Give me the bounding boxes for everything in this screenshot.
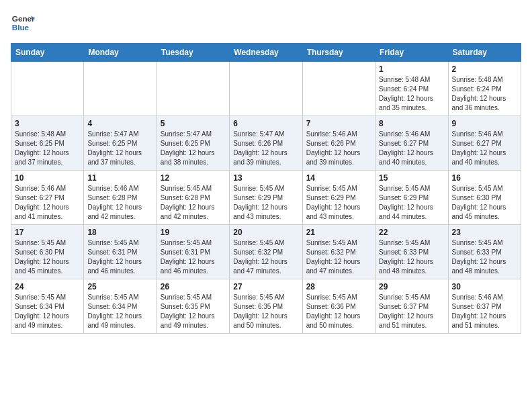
weekday-header-wednesday: Wednesday — [230, 44, 302, 62]
day-number: 21 — [306, 228, 371, 237]
calendar-cell-4-3: 27Sunrise: 5:45 AMSunset: 6:35 PMDayligh… — [230, 279, 302, 334]
calendar-table: SundayMondayTuesdayWednesdayThursdayFrid… — [11, 43, 521, 334]
day-number: 11 — [87, 173, 152, 183]
calendar-cell-1-0: 3Sunrise: 5:48 AMSunset: 6:25 PMDaylight… — [11, 116, 84, 171]
day-number: 28 — [306, 282, 371, 291]
day-info: Sunrise: 5:45 AMSunset: 6:34 PMDaylight:… — [87, 293, 152, 330]
week-row-1: 1Sunrise: 5:48 AMSunset: 6:24 PMDaylight… — [11, 62, 521, 116]
day-info: Sunrise: 5:45 AMSunset: 6:32 PMDaylight:… — [306, 238, 371, 276]
calendar-cell-3-0: 17Sunrise: 5:45 AMSunset: 6:30 PMDayligh… — [11, 225, 84, 279]
calendar-cell-0-1 — [84, 62, 157, 116]
day-info: Sunrise: 5:45 AMSunset: 6:30 PMDaylight:… — [452, 184, 517, 222]
day-number: 22 — [379, 228, 444, 237]
day-info: Sunrise: 5:46 AMSunset: 6:37 PMDaylight:… — [452, 293, 517, 330]
day-number: 30 — [452, 282, 517, 291]
calendar-cell-4-5: 29Sunrise: 5:45 AMSunset: 6:37 PMDayligh… — [375, 279, 448, 334]
day-number: 27 — [233, 282, 298, 291]
day-number: 4 — [87, 119, 152, 128]
weekday-header-thursday: Thursday — [302, 44, 375, 62]
weekday-header-row: SundayMondayTuesdayWednesdayThursdayFrid… — [11, 44, 521, 62]
day-info: Sunrise: 5:47 AMSunset: 6:25 PMDaylight:… — [161, 130, 226, 167]
day-number: 14 — [306, 173, 371, 183]
calendar-cell-1-3: 6Sunrise: 5:47 AMSunset: 6:26 PMDaylight… — [230, 116, 302, 171]
day-info: Sunrise: 5:45 AMSunset: 6:33 PMDaylight:… — [452, 238, 517, 276]
day-info: Sunrise: 5:45 AMSunset: 6:36 PMDaylight:… — [306, 293, 371, 330]
calendar-cell-3-2: 19Sunrise: 5:45 AMSunset: 6:31 PMDayligh… — [157, 225, 229, 279]
calendar-cell-1-6: 9Sunrise: 5:46 AMSunset: 6:27 PMDaylight… — [448, 116, 521, 171]
day-number: 17 — [15, 228, 80, 237]
day-number: 24 — [15, 282, 80, 291]
day-info: Sunrise: 5:45 AMSunset: 6:32 PMDaylight:… — [233, 238, 298, 276]
calendar-cell-2-3: 13Sunrise: 5:45 AMSunset: 6:29 PMDayligh… — [230, 171, 302, 225]
day-info: Sunrise: 5:46 AMSunset: 6:27 PMDaylight:… — [452, 130, 517, 167]
calendar-cell-2-6: 16Sunrise: 5:45 AMSunset: 6:30 PMDayligh… — [448, 171, 521, 225]
day-info: Sunrise: 5:45 AMSunset: 6:29 PMDaylight:… — [306, 184, 371, 222]
calendar-cell-2-2: 12Sunrise: 5:45 AMSunset: 6:28 PMDayligh… — [157, 171, 229, 225]
week-row-2: 3Sunrise: 5:48 AMSunset: 6:25 PMDaylight… — [11, 116, 521, 171]
day-number: 2 — [452, 64, 517, 74]
logo-icon: General Blue — [11, 11, 35, 35]
calendar-cell-0-5: 1Sunrise: 5:48 AMSunset: 6:24 PMDaylight… — [375, 62, 448, 116]
day-number: 5 — [161, 119, 226, 128]
day-info: Sunrise: 5:45 AMSunset: 6:33 PMDaylight:… — [379, 238, 444, 276]
calendar-cell-3-6: 23Sunrise: 5:45 AMSunset: 6:33 PMDayligh… — [448, 225, 521, 279]
day-info: Sunrise: 5:46 AMSunset: 6:28 PMDaylight:… — [87, 184, 152, 222]
calendar-cell-3-1: 18Sunrise: 5:45 AMSunset: 6:31 PMDayligh… — [84, 225, 157, 279]
day-number: 23 — [452, 228, 517, 237]
day-info: Sunrise: 5:47 AMSunset: 6:25 PMDaylight:… — [87, 130, 152, 167]
calendar-cell-4-4: 28Sunrise: 5:45 AMSunset: 6:36 PMDayligh… — [302, 279, 375, 334]
day-info: Sunrise: 5:45 AMSunset: 6:34 PMDaylight:… — [15, 293, 80, 330]
day-number: 25 — [87, 282, 152, 291]
calendar-cell-0-6: 2Sunrise: 5:48 AMSunset: 6:24 PMDaylight… — [448, 62, 521, 116]
day-info: Sunrise: 5:48 AMSunset: 6:24 PMDaylight:… — [452, 75, 517, 113]
day-number: 8 — [379, 119, 444, 128]
day-info: Sunrise: 5:45 AMSunset: 6:31 PMDaylight:… — [87, 238, 152, 276]
week-row-4: 17Sunrise: 5:45 AMSunset: 6:30 PMDayligh… — [11, 225, 521, 279]
weekday-header-friday: Friday — [375, 44, 448, 62]
day-info: Sunrise: 5:48 AMSunset: 6:24 PMDaylight:… — [379, 75, 444, 113]
day-number: 3 — [15, 119, 80, 128]
day-info: Sunrise: 5:47 AMSunset: 6:26 PMDaylight:… — [233, 130, 298, 167]
day-info: Sunrise: 5:45 AMSunset: 6:37 PMDaylight:… — [379, 293, 444, 330]
day-number: 1 — [379, 64, 444, 74]
week-row-5: 24Sunrise: 5:45 AMSunset: 6:34 PMDayligh… — [11, 279, 521, 334]
calendar-cell-4-0: 24Sunrise: 5:45 AMSunset: 6:34 PMDayligh… — [11, 279, 84, 334]
day-number: 10 — [15, 173, 80, 183]
calendar-cell-3-5: 22Sunrise: 5:45 AMSunset: 6:33 PMDayligh… — [375, 225, 448, 279]
day-info: Sunrise: 5:46 AMSunset: 6:27 PMDaylight:… — [379, 130, 444, 167]
day-info: Sunrise: 5:45 AMSunset: 6:28 PMDaylight:… — [161, 184, 226, 222]
day-number: 19 — [161, 228, 226, 237]
calendar-cell-1-2: 5Sunrise: 5:47 AMSunset: 6:25 PMDaylight… — [157, 116, 229, 171]
day-number: 15 — [379, 173, 444, 183]
day-info: Sunrise: 5:45 AMSunset: 6:29 PMDaylight:… — [379, 184, 444, 222]
calendar-cell-4-2: 26Sunrise: 5:45 AMSunset: 6:35 PMDayligh… — [157, 279, 229, 334]
day-info: Sunrise: 5:45 AMSunset: 6:35 PMDaylight:… — [161, 293, 226, 330]
calendar-cell-1-4: 7Sunrise: 5:46 AMSunset: 6:26 PMDaylight… — [302, 116, 375, 171]
day-number: 9 — [452, 119, 517, 128]
day-number: 20 — [233, 228, 298, 237]
day-info: Sunrise: 5:46 AMSunset: 6:26 PMDaylight:… — [306, 130, 371, 167]
calendar-cell-2-1: 11Sunrise: 5:46 AMSunset: 6:28 PMDayligh… — [84, 171, 157, 225]
svg-text:Blue: Blue — [12, 23, 30, 32]
week-row-3: 10Sunrise: 5:46 AMSunset: 6:27 PMDayligh… — [11, 171, 521, 225]
day-info: Sunrise: 5:46 AMSunset: 6:27 PMDaylight:… — [15, 184, 80, 222]
calendar-cell-4-1: 25Sunrise: 5:45 AMSunset: 6:34 PMDayligh… — [84, 279, 157, 334]
weekday-header-monday: Monday — [84, 44, 157, 62]
logo: General Blue — [11, 11, 35, 35]
day-info: Sunrise: 5:45 AMSunset: 6:31 PMDaylight:… — [161, 238, 226, 276]
day-number: 12 — [161, 173, 226, 183]
day-number: 18 — [87, 228, 152, 237]
calendar-cell-1-5: 8Sunrise: 5:46 AMSunset: 6:27 PMDaylight… — [375, 116, 448, 171]
day-number: 16 — [452, 173, 517, 183]
day-number: 26 — [161, 282, 226, 291]
calendar-cell-0-2 — [157, 62, 229, 116]
day-info: Sunrise: 5:45 AMSunset: 6:30 PMDaylight:… — [15, 238, 80, 276]
calendar-cell-4-6: 30Sunrise: 5:46 AMSunset: 6:37 PMDayligh… — [448, 279, 521, 334]
calendar-cell-1-1: 4Sunrise: 5:47 AMSunset: 6:25 PMDaylight… — [84, 116, 157, 171]
weekday-header-sunday: Sunday — [11, 44, 84, 62]
day-info: Sunrise: 5:45 AMSunset: 6:29 PMDaylight:… — [233, 184, 298, 222]
calendar-cell-3-4: 21Sunrise: 5:45 AMSunset: 6:32 PMDayligh… — [302, 225, 375, 279]
calendar-cell-2-5: 15Sunrise: 5:45 AMSunset: 6:29 PMDayligh… — [375, 171, 448, 225]
day-number: 13 — [233, 173, 298, 183]
day-number: 7 — [306, 119, 371, 128]
